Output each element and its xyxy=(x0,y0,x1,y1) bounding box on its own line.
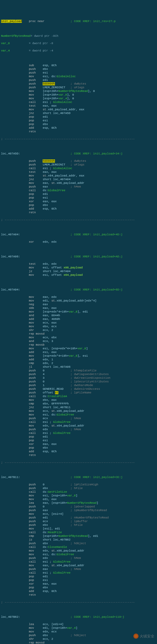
instruction: pop edi xyxy=(1,115,157,119)
instruction: jnz short loc_407A5D xyxy=(1,111,157,115)
instruction: mov eax, edx xyxy=(1,295,157,299)
instruction: rep movsb xyxy=(1,343,157,347)
instruction: mov [esp+edx*4+18h+var_8], esi xyxy=(1,354,157,358)
label-line: loc_407A86: ; CODE XREF: init_payload+AD… xyxy=(1,255,157,258)
instruction: add esp, 0Ch xyxy=(1,207,157,211)
instruction: and eax, 8844h xyxy=(1,314,157,317)
instruction: mov eax, st.x64_payload_addr xyxy=(1,564,157,567)
instruction: mov edi, eax xyxy=(1,497,157,501)
instruction: push 0 ; lpOverlapped xyxy=(1,505,157,508)
label-line: loc_407B11: ; CODE XREF: init_payload+CE… xyxy=(1,475,157,479)
instruction: add esi, eax xyxy=(1,350,157,354)
instruction: mov st.x64_payload_addr, eax xyxy=(1,174,157,178)
instruction: test edx, edx xyxy=(1,262,157,266)
instruction: mov esi, ds:GlobalFree xyxy=(1,553,157,556)
blank-line xyxy=(1,225,157,229)
instruction: sbb eax, eax xyxy=(1,306,157,310)
instruction: neg eax xyxy=(1,303,157,306)
instruction: cmp ebx, 0FFFFFFFFh xyxy=(1,402,157,406)
instruction: shr ecx, 2 xyxy=(1,328,157,332)
instruction: push ebx xyxy=(1,67,157,71)
label-line: loc_407A84: ; CODE XREF: init_payload+4D… xyxy=(1,233,157,236)
var-decl: NumberOfBytesRead= dword ptr -0Ch xyxy=(1,34,157,38)
instruction: pop ebx xyxy=(1,446,157,450)
instruction: add edx, 1 xyxy=(1,358,157,361)
proc-header: init_payload proc near ; CODE XREF: init… xyxy=(1,19,157,23)
instruction: push eax ; hMem xyxy=(1,567,157,571)
blank-line xyxy=(1,281,157,284)
instruction: retn xyxy=(1,593,157,597)
blank-line xyxy=(1,247,157,251)
instruction: push LMEM_ZEROINIT ; uFlags xyxy=(1,86,157,89)
instruction: jl short loc_407A86 xyxy=(1,365,157,369)
instruction: add esp, 0Ch xyxy=(1,589,157,593)
instruction: call ds:GlobalFree xyxy=(1,189,157,192)
instruction: call esi ; GlobalAlloc xyxy=(1,100,157,104)
instruction: push eax ; hMem xyxy=(1,185,157,189)
instruction: mov esi, [esp+edx*4+18h+var_8] xyxy=(1,347,157,350)
instruction: xor eax, eax xyxy=(1,200,157,203)
instruction: cmp edx, 2 xyxy=(1,361,157,365)
instruction: mov [esp+20h+var_8], 0 xyxy=(1,93,157,97)
instruction: mov esi, [esp+18h+var_8] xyxy=(1,494,157,497)
instruction: push edi ; nNumberOfBytesToRead xyxy=(1,516,157,520)
label-line: loc_407A94: ; CODE XREF: init_payload+6D… xyxy=(1,288,157,292)
instruction: pop esi xyxy=(1,196,157,200)
instruction: pop edi xyxy=(1,575,157,578)
instruction: and ecx, 3 xyxy=(1,339,157,343)
instruction: call ds:CloseHandle xyxy=(1,545,157,549)
separator: ; --------------------------------------… xyxy=(1,461,157,464)
instruction: pop ebx xyxy=(1,203,157,207)
fire-icon xyxy=(133,633,139,639)
instruction: mov [esp+20h+var_4], 0 xyxy=(1,97,157,100)
instruction: jz short loc_407A94 xyxy=(1,269,157,273)
instruction: rep movsd xyxy=(1,332,157,336)
label-line: loc_407A5D: ; CODE XREF: init_payload+34… xyxy=(1,152,157,155)
instruction: mov edx, ecx xyxy=(1,630,157,633)
instruction: test eax, eax xyxy=(1,170,157,174)
var-decl: var_8 = dword ptr -8 xyxy=(1,41,157,45)
instruction: mov edi, st.x86_payload_addr[edx*4] xyxy=(1,299,157,303)
instruction: mov ecx, [esi+4] xyxy=(1,512,157,516)
instruction: pop ebx xyxy=(1,586,157,589)
instruction: mov esi, offset x86_payload xyxy=(1,266,157,269)
instruction: mov esi, ds:GlobalFree xyxy=(1,413,157,417)
instruction: mov [esp+20h+NumberOfBytesRead], 0 xyxy=(1,89,157,93)
instruction: lea eax, [esp+18h+NumberOfBytesRead] xyxy=(1,501,157,505)
instruction: jnz short loc_407B11 xyxy=(1,406,157,409)
instruction: retn xyxy=(1,453,157,457)
instruction: pop ebx xyxy=(1,122,157,126)
instruction: push ecx ; hMem xyxy=(1,417,157,420)
instruction: push 1 ; dwShareMode xyxy=(1,383,157,387)
instruction: push ebx ; hFile xyxy=(1,486,157,490)
instruction: push 0 ; lpSecurityAttributes xyxy=(1,380,157,383)
instruction: call esi ; GlobalFree xyxy=(1,431,157,435)
instruction: call ds:GetFileSize xyxy=(1,490,157,494)
separator: ; --------------------------------------… xyxy=(1,137,157,141)
instruction: push 50D800h ; dwBytes xyxy=(1,82,157,86)
instruction: retn xyxy=(1,211,157,214)
instruction: push LMEM_ZEROINIT ; uFlags xyxy=(1,163,157,167)
instruction: push 0 ; lpFileSizeHigh xyxy=(1,483,157,486)
instruction: mov ebx, ecx xyxy=(1,325,157,328)
instruction: mov edx, st.x64_payload_addr xyxy=(1,424,157,428)
instruction: pop esi xyxy=(1,119,157,122)
instruction: push eax ; lpNumberOfBytesRead xyxy=(1,508,157,512)
instruction: push ebx ; hObject xyxy=(1,542,157,545)
var-decl: var_4 = dword ptr -4 xyxy=(1,49,157,53)
instruction: xor eax, eax xyxy=(1,582,157,586)
instruction: push 50D800h ; dwBytes xyxy=(1,159,157,163)
instruction: pop esi xyxy=(1,439,157,442)
instruction: lea ecx, [edi+4] xyxy=(1,622,157,626)
instruction: push esi xyxy=(1,71,157,75)
instruction: xor eax, eax xyxy=(1,442,157,446)
watermark: 火绒安全 xyxy=(133,633,154,639)
instruction: mov ecx, ebx xyxy=(1,336,157,339)
instruction: mov [esi], edi xyxy=(1,527,157,531)
instruction: mov ebx, eax xyxy=(1,398,157,402)
instruction: push edx ; hMem xyxy=(1,428,157,431)
instruction: push 3 ; dwCreationDisposition xyxy=(1,376,157,380)
instruction: mov edx, st.x86_payload_addr xyxy=(1,549,157,553)
instruction: cmp [esp+18h+NumberOfBytesRead], edi xyxy=(1,534,157,538)
instruction: push 0 ; hTemplateFile xyxy=(1,369,157,372)
